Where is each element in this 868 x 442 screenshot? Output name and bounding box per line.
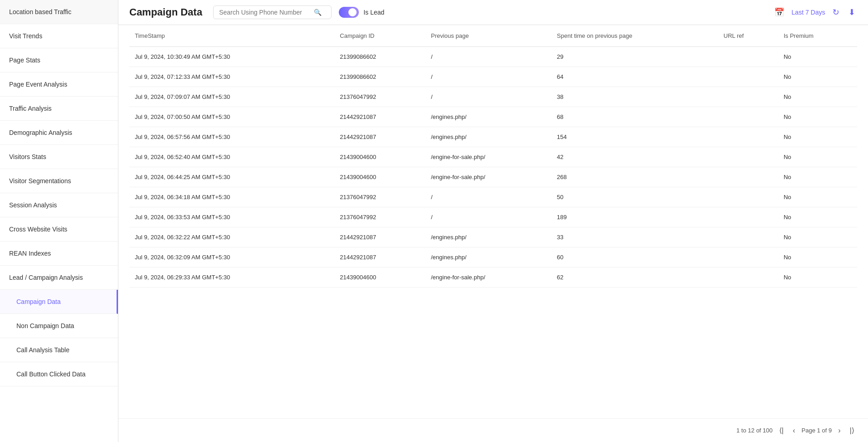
table-body: Jul 9, 2024, 10:30:49 AM GMT+5:302139908… [129, 47, 857, 288]
next-page-button[interactable]: › [836, 425, 843, 437]
cell-timestamp: Jul 9, 2024, 06:33:53 AM GMT+5:30 [129, 207, 334, 227]
table-header-row: TimeStampCampaign IDPrevious pageSpent t… [129, 25, 857, 47]
is-lead-toggle[interactable] [339, 7, 359, 18]
cell-previous-page: / [425, 87, 551, 107]
table-row: Jul 9, 2024, 06:52:40 AM GMT+5:302143900… [129, 147, 857, 167]
pagination-range: 1 to 12 of 100 [736, 427, 773, 434]
cell-campaign-id: 21399086602 [334, 67, 425, 87]
table-row: Jul 9, 2024, 06:33:53 AM GMT+5:302137604… [129, 207, 857, 227]
table-row: Jul 9, 2024, 06:44:25 AM GMT+5:302143900… [129, 167, 857, 187]
col-header-url_ref: URL ref [718, 25, 778, 47]
last-page-button[interactable]: |⟩ [847, 424, 857, 437]
col-header-spent_time: Spent time on previous page [551, 25, 718, 47]
cell-previous-page: / [425, 67, 551, 87]
cell-campaign-id: 21442921087 [334, 247, 425, 267]
campaign-data-table: TimeStampCampaign IDPrevious pageSpent t… [129, 25, 857, 288]
cell-campaign-id: 21439004600 [334, 167, 425, 187]
cell-timestamp: Jul 9, 2024, 06:32:09 AM GMT+5:30 [129, 247, 334, 267]
sidebar-item-demographic-analysis[interactable]: Demographic Analysis [0, 121, 118, 145]
search-icon: 🔍 [314, 9, 322, 16]
sidebar-item-page-stats[interactable]: Page Stats [0, 48, 118, 72]
table-row: Jul 9, 2024, 10:30:49 AM GMT+5:302139908… [129, 47, 857, 67]
toggle-slider [339, 7, 359, 18]
download-button[interactable]: ⬇ [847, 5, 857, 19]
cell-campaign-id: 21442921087 [334, 107, 425, 127]
sidebar-item-call-button-clicked[interactable]: Call Button Clicked Data [0, 362, 118, 386]
sidebar-item-campaign-data[interactable]: Campaign Data [0, 290, 118, 314]
cell-is-premium: No [778, 147, 857, 167]
cell-spent-time: 268 [551, 167, 718, 187]
col-header-previous_page: Previous page [425, 25, 551, 47]
cell-is-premium: No [778, 187, 857, 207]
search-input[interactable] [219, 9, 310, 16]
refresh-button[interactable]: ↻ [831, 5, 841, 19]
sidebar-item-non-campaign-data[interactable]: Non Campaign Data [0, 314, 118, 338]
cell-previous-page: /engines.php/ [425, 127, 551, 147]
cell-spent-time: 50 [551, 187, 718, 207]
cell-is-premium: No [778, 107, 857, 127]
cell-is-premium: No [778, 167, 857, 187]
cell-previous-page: /engines.php/ [425, 247, 551, 267]
is-lead-toggle-wrapper: Is Lead [339, 7, 384, 18]
cell-campaign-id: 21442921087 [334, 127, 425, 147]
cell-url-ref [718, 147, 778, 167]
date-range-label[interactable]: Last 7 Days [791, 9, 825, 16]
cell-spent-time: 62 [551, 267, 718, 288]
cell-url-ref [718, 107, 778, 127]
sidebar-item-visitor-segmentations[interactable]: Visitor Segmentations [0, 169, 118, 193]
cell-timestamp: Jul 9, 2024, 07:09:07 AM GMT+5:30 [129, 87, 334, 107]
cell-timestamp: Jul 9, 2024, 06:44:25 AM GMT+5:30 [129, 167, 334, 187]
cell-is-premium: No [778, 267, 857, 288]
cell-url-ref [718, 187, 778, 207]
cell-campaign-id: 21442921087 [334, 227, 425, 247]
cell-url-ref [718, 247, 778, 267]
sidebar-item-session-analysis[interactable]: Session Analysis [0, 193, 118, 217]
cell-is-premium: No [778, 87, 857, 107]
cell-campaign-id: 21376047992 [334, 187, 425, 207]
cell-is-premium: No [778, 227, 857, 247]
sidebar-item-visitors-stats[interactable]: Visitors Stats [0, 145, 118, 169]
col-header-campaign_id: Campaign ID [334, 25, 425, 47]
cell-is-premium: No [778, 207, 857, 227]
cell-url-ref [718, 227, 778, 247]
table-row: Jul 9, 2024, 07:00:50 AM GMT+5:302144292… [129, 107, 857, 127]
prev-page-button[interactable]: ‹ [790, 425, 798, 437]
cell-url-ref [718, 67, 778, 87]
page-title: Campaign Data [129, 6, 202, 18]
sidebar-item-cross-website-visits[interactable]: Cross Website Visits [0, 217, 118, 242]
cell-timestamp: Jul 9, 2024, 06:29:33 AM GMT+5:30 [129, 267, 334, 288]
cell-timestamp: Jul 9, 2024, 06:57:56 AM GMT+5:30 [129, 127, 334, 147]
main-content: Campaign Data 🔍 Is Lead 📅 Last 7 Days ↻ … [118, 0, 868, 442]
table-row: Jul 9, 2024, 07:09:07 AM GMT+5:302137604… [129, 87, 857, 107]
is-lead-label: Is Lead [363, 9, 384, 16]
cell-timestamp: Jul 9, 2024, 07:12:33 AM GMT+5:30 [129, 67, 334, 87]
calendar-icon[interactable]: 📅 [772, 5, 786, 19]
cell-is-premium: No [778, 47, 857, 67]
table-container: TimeStampCampaign IDPrevious pageSpent t… [118, 25, 868, 418]
cell-timestamp: Jul 9, 2024, 07:00:50 AM GMT+5:30 [129, 107, 334, 127]
col-header-is_premium: Is Premium [778, 25, 857, 47]
cell-previous-page: / [425, 187, 551, 207]
sidebar-item-call-analysis-table[interactable]: Call Analysis Table [0, 338, 118, 362]
cell-timestamp: Jul 9, 2024, 06:52:40 AM GMT+5:30 [129, 147, 334, 167]
sidebar-item-location-traffic[interactable]: Location based Traffic [0, 0, 118, 24]
cell-spent-time: 189 [551, 207, 718, 227]
cell-is-premium: No [778, 247, 857, 267]
first-page-button[interactable]: ⟨| [776, 424, 786, 437]
cell-spent-time: 38 [551, 87, 718, 107]
table-row: Jul 9, 2024, 07:12:33 AM GMT+5:302139908… [129, 67, 857, 87]
sidebar-item-lead-campaign-analysis[interactable]: Lead / Campaign Analysis [0, 266, 118, 290]
sidebar-item-rean-indexes[interactable]: REAN Indexes [0, 242, 118, 266]
search-box: 🔍 [213, 5, 332, 19]
cell-campaign-id: 21439004600 [334, 267, 425, 288]
sidebar-item-traffic-analysis[interactable]: Traffic Analysis [0, 97, 118, 121]
cell-url-ref [718, 207, 778, 227]
sidebar-item-page-event-analysis[interactable]: Page Event Analysis [0, 72, 118, 97]
sidebar-item-visit-trends[interactable]: Visit Trends [0, 24, 118, 48]
pagination-page: Page 1 of 9 [802, 427, 832, 434]
cell-spent-time: 60 [551, 247, 718, 267]
table-row: Jul 9, 2024, 06:32:09 AM GMT+5:302144292… [129, 247, 857, 267]
cell-timestamp: Jul 9, 2024, 10:30:49 AM GMT+5:30 [129, 47, 334, 67]
cell-timestamp: Jul 9, 2024, 06:32:22 AM GMT+5:30 [129, 227, 334, 247]
cell-campaign-id: 21376047992 [334, 207, 425, 227]
